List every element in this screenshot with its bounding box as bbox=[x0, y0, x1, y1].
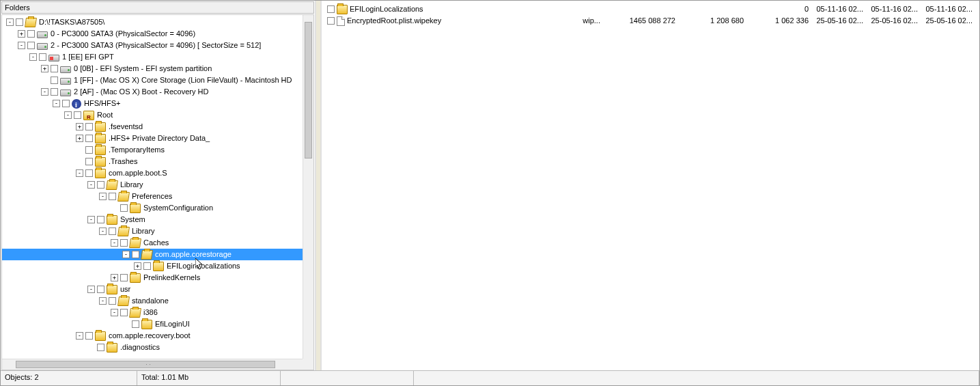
tree-row[interactable]: SystemConfiguration bbox=[2, 202, 303, 214]
tree-row[interactable]: -D:\!TASKS\A87505\ bbox=[2, 16, 303, 28]
checkbox[interactable] bbox=[74, 111, 81, 119]
checkbox[interactable] bbox=[51, 88, 58, 96]
expand-icon[interactable]: + bbox=[111, 274, 118, 281]
tree-row[interactable]: +0 [0B] - EFI System - EFI system partit… bbox=[2, 63, 303, 74]
drive-icon bbox=[37, 31, 48, 38]
tree-row[interactable]: -2 [AF] - (Mac OS X) Boot - Recovery HD bbox=[2, 86, 303, 98]
tree-row[interactable]: EfiLoginUI bbox=[2, 318, 303, 330]
tree-row[interactable]: .Trashes bbox=[2, 156, 303, 167]
checkbox[interactable] bbox=[327, 5, 335, 13]
tree-row[interactable]: 1 [FF] - (Mac OS X) Core Storage (Lion F… bbox=[2, 74, 303, 86]
checkbox[interactable] bbox=[120, 274, 128, 281]
file-row[interactable]: EncryptedRoot.plist.wipekeywip...1465 08… bbox=[322, 15, 979, 27]
checkbox[interactable] bbox=[132, 251, 139, 258]
tree-row[interactable]: -i386 bbox=[2, 307, 303, 318]
collapse-icon[interactable]: - bbox=[53, 100, 60, 107]
collapse-icon[interactable]: - bbox=[99, 297, 107, 305]
checkbox[interactable] bbox=[62, 100, 70, 107]
checkbox[interactable] bbox=[85, 135, 93, 142]
tree-row[interactable]: +PrelinkedKernels bbox=[2, 272, 303, 284]
checkbox[interactable] bbox=[27, 30, 35, 38]
checkbox[interactable] bbox=[85, 169, 93, 177]
tree-row[interactable]: -1 [EE] EFI GPT bbox=[2, 51, 303, 63]
tree-row[interactable]: -Root bbox=[2, 109, 303, 121]
tree-row[interactable]: +0 - PC3000 SATA3 (PhysicalSector = 4096… bbox=[2, 28, 303, 40]
tree-row[interactable]: -Library bbox=[2, 225, 303, 237]
collapse-icon[interactable]: - bbox=[76, 169, 83, 177]
collapse-icon[interactable]: - bbox=[111, 239, 118, 247]
file-row[interactable]: EFILoginLocalizations005-11-16 02...05-1… bbox=[322, 3, 979, 15]
tree-row[interactable]: -com.apple.boot.S bbox=[2, 167, 303, 179]
tree-row[interactable]: -usr bbox=[2, 284, 303, 295]
checkbox[interactable] bbox=[120, 309, 128, 316]
checkbox[interactable] bbox=[97, 216, 104, 223]
expand-icon[interactable]: + bbox=[76, 135, 83, 142]
checkbox[interactable] bbox=[85, 123, 93, 130]
expand-icon[interactable]: + bbox=[76, 123, 83, 130]
file-col-d2: 25-05-16 02... bbox=[870, 15, 925, 27]
folder-tree[interactable]: -D:\!TASKS\A87505\+0 - PC3000 SATA3 (Phy… bbox=[2, 15, 303, 359]
collapse-icon[interactable]: - bbox=[122, 251, 130, 258]
tree-row[interactable]: -Library bbox=[2, 179, 303, 191]
checkbox[interactable] bbox=[85, 158, 93, 165]
tree-row[interactable]: -com.apple.recovery.boot bbox=[2, 330, 303, 342]
scroll-thumb[interactable] bbox=[305, 22, 312, 158]
expand-icon[interactable]: + bbox=[18, 30, 25, 38]
collapse-icon[interactable]: - bbox=[87, 216, 95, 223]
checkbox[interactable] bbox=[85, 332, 93, 340]
tree-row[interactable]: -com.apple.corestorage bbox=[2, 249, 303, 260]
status-total: Total: 1.01 Mb bbox=[137, 371, 281, 385]
expand-icon[interactable]: + bbox=[41, 65, 48, 72]
checkbox[interactable] bbox=[27, 42, 35, 49]
scroll-thumb[interactable] bbox=[16, 361, 275, 368]
tree-row[interactable]: +.fseventsd bbox=[2, 121, 303, 133]
checkbox[interactable] bbox=[97, 344, 104, 351]
collapse-icon[interactable]: - bbox=[6, 18, 14, 26]
checkbox[interactable] bbox=[109, 193, 116, 200]
checkbox[interactable] bbox=[327, 17, 335, 25]
file-col-d1: 25-05-16 02... bbox=[815, 15, 870, 27]
checkbox[interactable] bbox=[132, 320, 139, 328]
tree-row[interactable]: -Caches bbox=[2, 237, 303, 249]
collapse-icon[interactable]: - bbox=[111, 309, 118, 316]
collapse-icon[interactable]: - bbox=[87, 286, 95, 293]
tree-label: SystemConfiguration bbox=[143, 202, 213, 214]
checkbox[interactable] bbox=[85, 146, 93, 154]
tree-row[interactable]: -HFS/HFS+ bbox=[2, 98, 303, 109]
folder-icon bbox=[95, 146, 106, 155]
tree-row[interactable]: -Preferences bbox=[2, 191, 303, 202]
checkbox[interactable] bbox=[109, 297, 116, 305]
tree-row[interactable]: +.HFS+ Private Directory Data_ bbox=[2, 133, 303, 144]
checkbox[interactable] bbox=[39, 53, 46, 61]
collapse-icon[interactable]: - bbox=[41, 88, 48, 96]
file-col-d1: 05-11-16 02... bbox=[815, 3, 870, 15]
horizontal-scrollbar[interactable] bbox=[2, 359, 303, 370]
collapse-icon[interactable]: - bbox=[87, 181, 95, 189]
collapse-icon[interactable]: - bbox=[64, 111, 72, 119]
checkbox[interactable] bbox=[109, 228, 116, 235]
tree-row[interactable]: .TemporaryItems bbox=[2, 144, 303, 156]
tree-row[interactable]: +EFILoginLocalizations bbox=[2, 260, 303, 272]
file-list[interactable]: EFILoginLocalizations005-11-16 02...05-1… bbox=[322, 1, 979, 370]
collapse-icon[interactable]: - bbox=[99, 193, 107, 200]
collapse-icon[interactable]: - bbox=[99, 228, 107, 235]
checkbox[interactable] bbox=[51, 77, 58, 84]
checkbox[interactable] bbox=[120, 239, 128, 247]
vertical-scrollbar[interactable] bbox=[303, 15, 313, 359]
tree-row[interactable]: -System bbox=[2, 214, 303, 225]
checkbox[interactable] bbox=[120, 204, 128, 212]
checkbox[interactable] bbox=[97, 181, 104, 189]
expand-icon[interactable]: + bbox=[134, 262, 141, 270]
checkbox[interactable] bbox=[143, 262, 151, 270]
tree-row[interactable]: -2 - PC3000 SATA3 (PhysicalSector = 4096… bbox=[2, 40, 303, 51]
tree-row[interactable]: -standalone bbox=[2, 295, 303, 307]
app-window: Folders -D:\!TASKS\A87505\+0 - PC3000 SA… bbox=[0, 0, 980, 386]
checkbox[interactable] bbox=[51, 65, 58, 72]
checkbox[interactable] bbox=[97, 286, 104, 293]
tree-row[interactable]: .diagnostics bbox=[2, 342, 303, 353]
collapse-icon[interactable]: - bbox=[29, 53, 37, 61]
folder-icon bbox=[107, 343, 117, 353]
checkbox[interactable] bbox=[16, 18, 23, 26]
collapse-icon[interactable]: - bbox=[18, 42, 25, 49]
collapse-icon[interactable]: - bbox=[76, 332, 83, 340]
